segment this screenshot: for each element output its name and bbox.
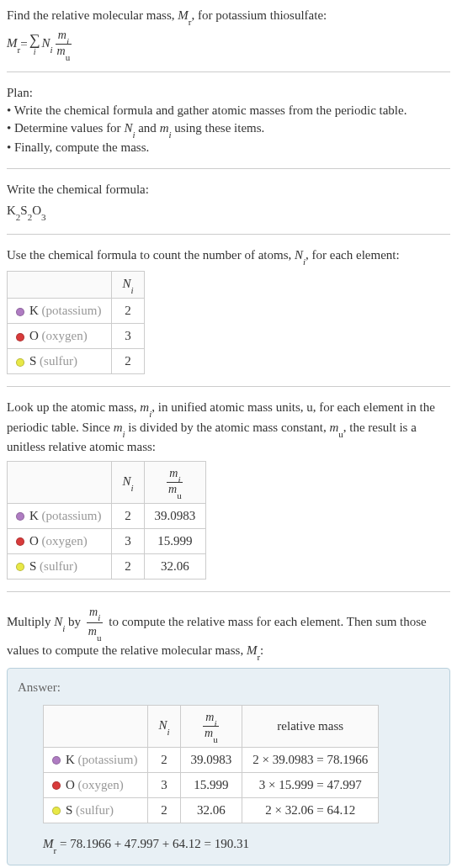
header-empty	[44, 706, 148, 748]
element-cell: S (sulfur)	[8, 349, 112, 374]
lookup-table: Ni mi mu K (potassium) 2 39.0983 O (oxyg…	[7, 461, 206, 580]
count-table: Ni K (potassium) 2 O (oxygen) 3 S (sulfu…	[7, 271, 145, 374]
table-header-row: Ni	[8, 272, 145, 299]
table-row: O (oxygen) 3 15.999	[8, 528, 206, 553]
mass-value: 15.999	[180, 772, 242, 797]
dot-icon-o	[52, 781, 61, 790]
mass-value: 32.06	[144, 553, 206, 579]
final-result: Mr = 78.1966 + 47.997 + 64.12 = 190.31	[43, 835, 439, 855]
calc-value: 3 × 15.999 = 47.997	[242, 772, 379, 797]
lookup-section: Look up the atomic mass, mi, in unified …	[7, 399, 450, 579]
n-value: 2	[112, 553, 144, 579]
write-formula-title: Write the chemical formula:	[7, 181, 450, 198]
table-row: S (sulfur) 2 32.06	[8, 553, 206, 579]
divider	[7, 591, 450, 592]
dot-icon-k	[52, 756, 61, 765]
element-cell: K (potassium)	[8, 299, 112, 324]
header-Ni: Ni	[112, 272, 144, 299]
element-cell: K (potassium)	[44, 747, 148, 772]
count-section: Use the chemical formula to count the nu…	[7, 246, 450, 374]
table-row: O (oxygen) 3 15.999 3 × 15.999 = 47.997	[44, 772, 379, 797]
header-empty	[8, 461, 112, 503]
element-cell: O (oxygen)	[44, 772, 148, 797]
divider	[7, 168, 450, 169]
mass-value: 15.999	[144, 528, 206, 553]
count-value: 2	[112, 349, 144, 374]
chemical-formula-section: Write the chemical formula: K2S2O3	[7, 181, 450, 221]
dot-icon-s	[16, 358, 24, 367]
table-row: K (potassium) 2	[8, 299, 145, 324]
divider	[7, 71, 450, 72]
intro-formula: Mr = ∑ i Ni mi mu	[7, 29, 450, 60]
eq-fraction: mi mu	[55, 29, 73, 60]
answer-table: Ni mi mu relative mass K (potassium) 2 3…	[43, 705, 379, 823]
table-row: S (sulfur) 2 32.06 2 × 32.06 = 64.12	[44, 797, 379, 823]
table-header-row: Ni mi mu	[8, 461, 206, 503]
n-value: 2	[148, 747, 180, 772]
intro-prefix: Find the relative molecular mass,	[7, 8, 178, 22]
n-value: 2	[112, 503, 144, 528]
chemical-formula: K2S2O3	[7, 202, 450, 221]
calc-value: 2 × 32.06 = 64.12	[242, 797, 379, 823]
plan-title: Plan:	[7, 84, 450, 102]
dot-icon-s	[16, 563, 24, 571]
intro-text: Find the relative molecular mass, Mr, fo…	[7, 7, 450, 26]
header-Ni: Ni	[148, 706, 180, 748]
header-Ni: Ni	[112, 461, 144, 503]
multiply-section: Multiply Ni by mi mu to compute the rela…	[7, 604, 450, 866]
element-cell: O (oxygen)	[8, 324, 112, 349]
n-value: 3	[112, 528, 144, 553]
divider	[7, 386, 450, 387]
mass-value: 39.0983	[144, 503, 206, 528]
element-cell: S (sulfur)	[8, 553, 112, 579]
calc-value: 2 × 39.0983 = 78.1966	[242, 747, 379, 772]
divider	[7, 234, 450, 235]
header-mass-ratio: mi mu	[144, 461, 206, 503]
intro-section: Find the relative molecular mass, Mr, fo…	[7, 7, 450, 60]
answer-label: Answer:	[18, 679, 439, 696]
eq-equals: =	[20, 37, 27, 51]
header-mass-ratio: mi mu	[180, 706, 242, 748]
table-row: S (sulfur) 2	[8, 349, 145, 374]
header-relative-mass: relative mass	[242, 706, 379, 748]
count-value: 3	[112, 324, 144, 349]
table-row: K (potassium) 2 39.0983	[8, 503, 206, 528]
plan-section: Plan: • Write the chemical formula and g…	[7, 84, 450, 156]
count-text: Use the chemical formula to count the nu…	[7, 246, 450, 266]
eq-lhs: Mr	[7, 36, 20, 52]
mass-value: 32.06	[180, 797, 242, 823]
plan-bullet-1: • Write the chemical formula and gather …	[7, 102, 450, 119]
element-cell: O (oxygen)	[8, 528, 112, 553]
answer-box: Answer: Ni mi mu relative mass K (potass…	[7, 668, 450, 865]
plan-bullet-3: • Finally, compute the mass.	[7, 139, 450, 156]
dot-icon-k	[16, 308, 24, 316]
lookup-text: Look up the atomic mass, mi, in unified …	[7, 399, 450, 456]
var-Mr: Mr	[178, 8, 191, 22]
multiply-text: Multiply Ni by mi mu to compute the rela…	[7, 604, 450, 662]
dot-icon-o	[16, 333, 24, 341]
table-row: K (potassium) 2 39.0983 2 × 39.0983 = 78…	[44, 747, 379, 772]
dot-icon-s	[52, 807, 61, 815]
element-cell: S (sulfur)	[44, 797, 148, 823]
header-empty	[8, 272, 112, 299]
count-value: 2	[112, 299, 144, 324]
plan-bullet-2: • Determine values for Ni and mi using t…	[7, 119, 450, 139]
element-cell: K (potassium)	[8, 503, 112, 528]
n-value: 3	[148, 772, 180, 797]
intro-suffix: , for potassium thiosulfate:	[191, 8, 327, 22]
table-row: O (oxygen) 3	[8, 324, 145, 349]
table-header-row: Ni mi mu relative mass	[44, 706, 379, 748]
mass-value: 39.0983	[180, 747, 242, 772]
eq-Ni: Ni	[41, 36, 52, 52]
n-value: 2	[148, 797, 180, 823]
sigma-icon: ∑ i	[29, 32, 40, 56]
dot-icon-o	[16, 537, 24, 546]
dot-icon-k	[16, 512, 24, 521]
